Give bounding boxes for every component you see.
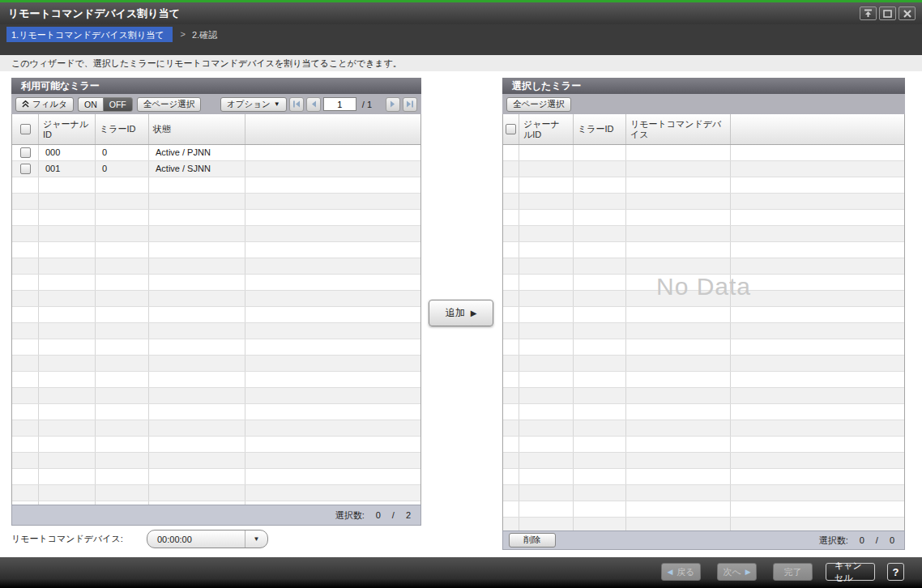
table-row: [12, 323, 420, 339]
cell-filler: [731, 372, 904, 387]
cell-filler: [245, 501, 420, 505]
table-row: [503, 437, 904, 453]
cell-remote_command_device: [626, 339, 731, 355]
cell-remote_command_device: [626, 210, 731, 225]
title-bar: リモートコマンドデバイス割り当て: [0, 0, 922, 24]
last-page-button[interactable]: [403, 97, 417, 112]
cell-remote_command_device: [626, 307, 731, 322]
dropdown-arrow-button[interactable]: ▼: [245, 530, 267, 548]
close-icon[interactable]: [899, 6, 916, 20]
cell-filler: [731, 258, 904, 274]
cell-remote_command_device: [626, 437, 731, 452]
table-row: [503, 275, 904, 291]
cell-journal_id: [39, 323, 96, 339]
row-checkbox-cell: [503, 420, 519, 436]
cell-status: [149, 258, 245, 274]
cell-filler: [245, 437, 420, 452]
cell-status: [149, 242, 245, 258]
help-button[interactable]: ?: [887, 563, 904, 581]
cell-mirror_id: [574, 161, 626, 177]
maximize-icon[interactable]: [879, 6, 896, 20]
cell-status: [149, 177, 245, 193]
remote-command-device-dropdown[interactable]: 00:00:00 ▼: [147, 530, 268, 548]
cell-journal_id: [39, 339, 96, 355]
collapse-icon[interactable]: [860, 6, 877, 20]
previous-page-button[interactable]: [306, 97, 321, 112]
table-row[interactable]: 0010Active / SJNN: [12, 161, 420, 177]
cell-filler: [731, 501, 904, 517]
chevron-down-icon: ▼: [254, 535, 260, 543]
delete-button[interactable]: 削除: [509, 533, 556, 548]
cell-status: [149, 404, 245, 420]
cell-journal_id: [519, 518, 574, 530]
page-number-input[interactable]: [323, 97, 356, 111]
table-row: [12, 226, 420, 242]
cell-filler: [731, 226, 904, 241]
cell-mirror_id: [96, 323, 149, 339]
cell-journal_id: [519, 372, 574, 387]
selected-mirrors-panel: 選択したミラー 全ページ選択 ジャーナルID ミラーID リモートコマンドデバイ…: [502, 78, 905, 550]
cell-status: [149, 437, 245, 452]
table-row: [12, 194, 420, 210]
cell-mirror_id: [96, 388, 149, 403]
cell-filler: [245, 469, 420, 484]
cell-filler: [245, 161, 420, 177]
table-row: [12, 307, 420, 323]
column-header-filler: [245, 114, 420, 144]
next-page-button[interactable]: [386, 97, 400, 112]
cell-status: [149, 501, 245, 505]
row-checkbox-cell: [12, 420, 39, 436]
filter-button[interactable]: フィルタ: [15, 97, 74, 112]
row-checkbox[interactable]: [20, 164, 31, 174]
select-all-pages-button[interactable]: 全ページ選択: [506, 97, 571, 112]
cell-mirror_id: [96, 177, 149, 193]
finish-button[interactable]: 完了: [773, 563, 813, 581]
table-row: [12, 177, 420, 194]
cell-mirror_id: [574, 356, 626, 371]
cell-mirror_id: [574, 501, 626, 517]
back-button[interactable]: ◀ 戻る: [661, 563, 701, 581]
cell-filler: [245, 242, 420, 258]
options-button[interactable]: オプション ▼: [220, 97, 287, 112]
cell-journal_id: [519, 210, 574, 225]
selected-toolbar: 全ページ選択: [502, 94, 905, 114]
select-all-checkbox[interactable]: [20, 124, 31, 134]
table-row[interactable]: 0000Active / PJNN: [12, 145, 420, 161]
cell-mirror_id: [574, 437, 626, 452]
cell-journal_id: [39, 420, 96, 436]
cell-mirror_id: [574, 194, 626, 209]
cell-filler: [245, 194, 420, 209]
first-page-button[interactable]: [289, 97, 304, 112]
cell-journal_id: [519, 291, 574, 306]
available-table-footer: 選択数: 0 / 2: [11, 505, 421, 526]
table-row: [503, 339, 904, 356]
cell-journal_id: [39, 356, 96, 371]
cell-mirror_id: [96, 307, 149, 322]
cell-journal_id: [39, 485, 96, 501]
next-button[interactable]: 次へ ▶: [717, 563, 757, 581]
cell-filler: [731, 145, 904, 160]
cell-journal_id: 001: [39, 161, 96, 177]
cell-mirror_id: [574, 453, 626, 468]
cancel-button[interactable]: キャンセル: [826, 563, 875, 581]
filter-on-button[interactable]: ON: [78, 97, 103, 112]
row-checkbox-cell: [503, 339, 519, 355]
row-checkbox[interactable]: [20, 147, 31, 158]
select-all-checkbox[interactable]: [506, 124, 516, 134]
filter-off-button[interactable]: OFF: [103, 97, 133, 112]
cell-mirror_id: [96, 356, 149, 371]
select-all-pages-button[interactable]: 全ページ選択: [137, 97, 202, 112]
row-checkbox-cell: [12, 339, 39, 355]
cell-mirror_id: [574, 518, 626, 530]
cell-mirror_id: [574, 339, 626, 355]
cell-mirror_id: [96, 210, 149, 225]
cell-filler: [731, 161, 904, 177]
selected-table-header: ジャーナルID ミラーID リモートコマンドデバイス: [503, 114, 904, 145]
add-button[interactable]: 追加 ▶: [429, 300, 493, 326]
row-checkbox-cell: [503, 258, 519, 274]
cell-mirror_id: [574, 145, 626, 160]
cell-filler: [245, 453, 420, 468]
selected-count: 0: [860, 535, 864, 545]
cell-remote_command_device: [626, 291, 731, 306]
cell-remote_command_device: [626, 518, 731, 530]
